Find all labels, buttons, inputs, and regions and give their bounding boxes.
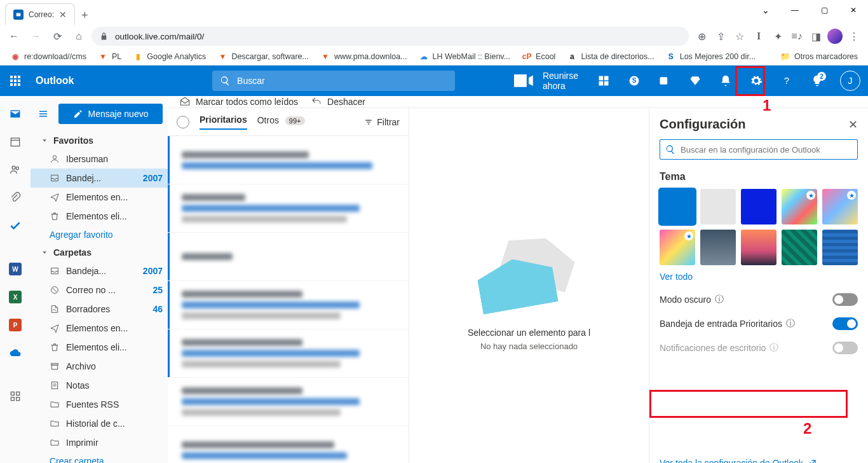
notifications-button[interactable] [710, 66, 741, 96]
folder-item[interactable]: Borradores46 [31, 300, 168, 319]
rail-todo[interactable] [3, 213, 28, 238]
bookmark-item[interactable]: ▼PL [93, 49, 126, 64]
info-icon[interactable]: ⓘ [715, 294, 724, 305]
add-favorite-link[interactable]: Agregar favorito [31, 226, 168, 244]
premium-button[interactable] [680, 66, 710, 96]
nav-home-icon[interactable]: ⌂ [70, 27, 88, 45]
account-button[interactable]: J [840, 71, 860, 91]
message-item[interactable] [168, 184, 409, 233]
star-icon[interactable]: ☆ [731, 27, 749, 45]
skype-button[interactable]: S [619, 66, 649, 96]
browser-tab[interactable]: Correo: ✕ [5, 3, 75, 25]
info-icon[interactable]: ⓘ [786, 318, 795, 329]
settings-search-box[interactable] [660, 139, 858, 160]
message-item[interactable] [168, 426, 409, 463]
undo-button[interactable]: Deshacer [311, 96, 365, 107]
rail-powerpoint[interactable]: P [3, 312, 28, 338]
nav-back-icon[interactable]: ← [5, 27, 23, 45]
bookmark-item[interactable]: ▮Google Analytics [128, 49, 211, 64]
folder-item[interactable]: Imprimir [31, 433, 168, 452]
reading-mode-icon[interactable]: I [750, 27, 768, 45]
tab-focused[interactable]: Prioritarios [200, 114, 247, 130]
search-input[interactable] [237, 76, 447, 86]
folders-header[interactable]: Carpetas [31, 244, 168, 261]
theme-circuit[interactable] [782, 230, 817, 265]
folder-item[interactable]: Historial de c... [31, 414, 168, 433]
message-item[interactable] [168, 281, 409, 329]
info-icon[interactable]: ⓘ [770, 342, 778, 354]
favorites-header[interactable]: Favoritos [31, 132, 168, 149]
settings-button[interactable] [741, 66, 771, 96]
theme-blueprint[interactable] [822, 230, 858, 265]
folder-item[interactable]: Ibersuman [31, 149, 168, 169]
rail-calendar[interactable] [3, 129, 28, 155]
bookmark-item[interactable]: ☁LH WebMail :: Bienv... [414, 49, 516, 64]
rail-excel[interactable]: X [3, 284, 28, 310]
bookmark-item[interactable]: ▼Descargar, software... [212, 49, 314, 64]
theme-sunset[interactable] [741, 230, 776, 265]
bookmark-item[interactable]: aLista de directorios... [562, 49, 659, 64]
message-item[interactable] [168, 329, 409, 378]
share-icon[interactable]: ⇪ [712, 27, 729, 45]
theme-light[interactable] [700, 189, 736, 225]
folder-item[interactable]: Elementos eli... [31, 207, 168, 226]
nav-reload-icon[interactable]: ⟳ [48, 27, 66, 45]
theme-rainbow[interactable]: ★ [782, 189, 817, 225]
bookmark-item[interactable]: cPEcool [517, 49, 560, 64]
folder-item[interactable]: Elementos en... [31, 188, 168, 207]
meet-now-button[interactable]: Reunirse ahora [501, 66, 588, 96]
chrome-menu-icon[interactable]: ⋮ [845, 27, 863, 45]
chrome-tab-dropdown-icon[interactable]: ⌄ [751, 0, 780, 20]
settings-close-button[interactable]: ✕ [848, 118, 858, 132]
tips-button[interactable]: 2 [802, 66, 832, 96]
mark-all-read-button[interactable]: Marcar todos como leídos [179, 96, 298, 107]
folder-item[interactable]: Elementos en... [31, 319, 168, 338]
new-message-button[interactable]: Mensaje nuevo [58, 104, 163, 124]
folder-item[interactable]: Fuentes RSS [31, 395, 168, 414]
profile-button[interactable] [826, 27, 844, 45]
teams-button[interactable] [649, 66, 680, 96]
sidepanel-icon[interactable]: ◨ [807, 27, 825, 45]
rail-onedrive[interactable] [3, 340, 28, 366]
help-button[interactable]: ? [771, 66, 802, 96]
theme-default[interactable] [660, 189, 695, 225]
settings-search-input[interactable] [681, 145, 852, 155]
collapse-nav-button[interactable] [33, 104, 53, 124]
theme-blue[interactable] [741, 189, 776, 225]
view-all-themes-link[interactable]: Ver todo [660, 272, 858, 282]
playlist-icon[interactable]: ≡♪ [788, 27, 806, 45]
filter-button[interactable]: Filtrar [364, 117, 400, 127]
folder-item[interactable]: Archivo [31, 357, 168, 376]
search-box[interactable] [212, 71, 455, 91]
rail-more[interactable] [3, 384, 28, 409]
select-all-checkbox[interactable] [177, 116, 189, 128]
tab-other[interactable]: Otros 99+ [257, 115, 305, 129]
window-minimize-icon[interactable]: — [780, 0, 810, 20]
folder-item[interactable]: Notas [31, 376, 168, 395]
app-launcher-button[interactable] [0, 66, 31, 96]
nav-forward-icon[interactable]: → [27, 27, 44, 45]
folder-item[interactable]: Bandeja...2007 [31, 261, 168, 280]
tab-close-icon[interactable]: ✕ [59, 10, 67, 20]
message-item[interactable] [168, 378, 409, 426]
theme-mountain[interactable] [700, 230, 736, 265]
folder-item[interactable]: Correo no ...25 [31, 280, 168, 300]
address-bar[interactable]: outlook.live.com/mail/0/ [92, 27, 689, 46]
message-item[interactable] [168, 136, 409, 184]
extensions-icon[interactable]: ✦ [769, 27, 787, 45]
zoom-icon[interactable]: ⊕ [693, 27, 710, 45]
theme-floral[interactable]: ★ [660, 230, 695, 265]
create-folder-link[interactable]: Crear carpeta ... [31, 452, 168, 463]
window-maximize-icon[interactable]: ▢ [810, 0, 839, 20]
folder-item[interactable]: Bandej...2007 [31, 169, 168, 188]
folder-item[interactable]: Elementos eli... [31, 338, 168, 357]
focused-inbox-toggle[interactable] [832, 317, 858, 330]
message-item[interactable] [168, 233, 409, 281]
window-close-icon[interactable]: ✕ [839, 0, 868, 20]
desktop-notif-toggle[interactable] [832, 342, 858, 354]
new-tab-button[interactable]: + [81, 9, 88, 22]
rail-word[interactable]: W [3, 256, 28, 282]
rail-files[interactable] [3, 185, 28, 211]
bookmark-item[interactable]: ▼www.pma.downloa... [315, 49, 412, 64]
rail-mail[interactable] [3, 101, 28, 127]
